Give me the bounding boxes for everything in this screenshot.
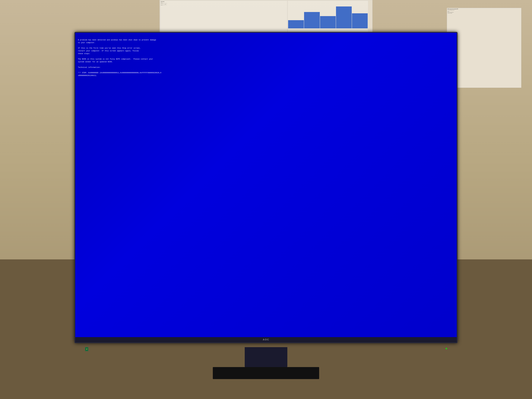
monitor-screen: A problem has been detected and windows … [75, 33, 457, 337]
bar-4 [336, 6, 352, 28]
monitor-base [213, 367, 319, 379]
bar-3 [320, 16, 336, 28]
bsod-content: A problem has been detected and windows … [78, 36, 454, 80]
paper-title: Программа [161, 1, 287, 2]
side-paper-title: КВП контрольная проверка КВП [448, 9, 521, 10]
side-paper-content: Задача: Найти корень уравнения методом и… [448, 11, 521, 14]
energy-star-badge: ⚡ [85, 347, 88, 351]
side-paper: КВП контрольная проверка КВП 13 март 201… [447, 8, 521, 88]
bar-5 [352, 13, 367, 28]
monitor-bezel-bottom: AOC [75, 337, 457, 342]
bar-2 [304, 12, 320, 28]
monitor-brand-label: AOC [263, 338, 269, 341]
paper-lines: Группа ______________ Работа №__________… [161, 2, 287, 6]
monitor-stand [245, 347, 287, 367]
paper-chart [288, 1, 368, 29]
side-paper-date: 13 март 2019 Вариант №12 [448, 10, 521, 11]
bar-1 [288, 20, 304, 28]
room-background: Программа Группа ______________ Работа №… [0, 0, 532, 399]
power-led [446, 348, 447, 349]
energy-star-icon: ⚡ [86, 348, 88, 350]
monitor: A problem has been detected and windows … [74, 32, 457, 343]
